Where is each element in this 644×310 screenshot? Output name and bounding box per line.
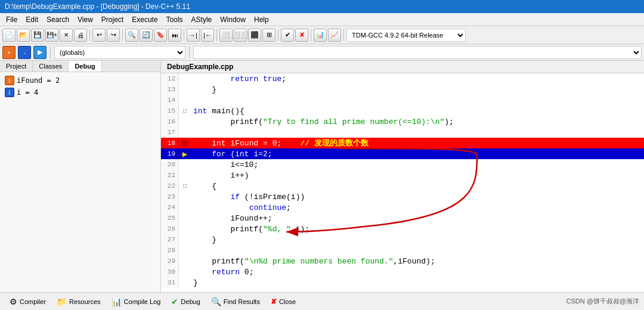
i-icon: i [5, 88, 14, 97]
status-right: CSDN @饼干叔叔@海洋 [566, 297, 639, 306]
view1-btn[interactable]: ⬜ [219, 29, 233, 42]
line-content-29: printf("\n%d prime numbers been found.",… [191, 257, 644, 266]
ifound-label: iFound = 2 [17, 76, 60, 85]
collapse-icon-15[interactable]: □ [183, 108, 187, 114]
tab-debug[interactable]: Debug [69, 61, 101, 72]
compile-log-label: Compile Log [124, 298, 161, 305]
line-num-15: 15 [161, 106, 179, 116]
compile-log-btn[interactable]: 📊 Compile Log [107, 296, 166, 308]
indent-btn[interactable]: →| [187, 29, 200, 42]
compiler-select[interactable]: TDM-GCC 4.9.2 64-bit Release [346, 29, 466, 42]
undo-button[interactable]: ↩ [92, 29, 106, 42]
save-button[interactable]: 💾 [31, 29, 44, 42]
stats2-btn[interactable]: 📈 [328, 29, 341, 42]
compiler-btn[interactable]: ⚙ Compiler [5, 296, 51, 308]
line-num-13: 13 [161, 84, 179, 95]
close-icon: ✘ [271, 297, 277, 306]
stop-btn[interactable]: ✘ [295, 29, 308, 42]
close-results-btn[interactable]: ✘ Close [266, 296, 301, 307]
code-line-22: 22 □ { [161, 181, 644, 191]
tab-classes[interactable]: Classes [33, 61, 69, 72]
line-content-22: { [191, 182, 644, 191]
line-num-28: 28 [161, 245, 179, 256]
debug-item-ifound[interactable]: i iFound = 2 [2, 75, 158, 86]
debug-add-watch[interactable]: + [2, 46, 16, 59]
code-line-23: 23 if (!isPrime(i)) [161, 191, 644, 202]
bookmark-btn[interactable]: 🔖 [154, 29, 167, 42]
replace-btn[interactable]: 🔄 [140, 29, 153, 42]
search-btn[interactable]: 🔍 [125, 29, 138, 42]
find-results-btn[interactable]: 🔍 Find Results [206, 296, 265, 308]
line-content-20: i<=10; [191, 160, 644, 169]
line-content-26: printf("%d, ",i); [191, 225, 644, 234]
menu-execute[interactable]: Execute [128, 14, 161, 25]
line-num-30: 30 [161, 266, 179, 277]
new-button[interactable]: 📄 [2, 29, 16, 42]
close-button[interactable]: ✕ [60, 29, 73, 42]
sep5 [278, 29, 278, 41]
marker-18 [179, 140, 191, 147]
line-content-25: iFound++; [191, 214, 644, 223]
menu-edit[interactable]: Edit [22, 14, 42, 25]
line-num-20: 20 [161, 159, 179, 170]
menu-file[interactable]: File [2, 14, 21, 25]
title-bar: D:\temp\DebugExample.cpp - [Debugging] -… [0, 0, 644, 13]
line-num-19: 19 [161, 148, 179, 159]
next-bookmark-btn[interactable]: ⏭ [168, 29, 181, 42]
code-line-25: 25 iFound++; [161, 213, 644, 224]
sep3 [184, 29, 184, 41]
save-all-button[interactable]: 💾+ [45, 29, 58, 42]
menu-tools[interactable]: Tools [163, 14, 187, 25]
debug-panel: i iFound = 2 i i = 4 [0, 72, 160, 292]
line-content-12: return true; [191, 75, 644, 83]
marker-15: □ [179, 108, 191, 114]
resources-icon: 📁 [57, 297, 67, 306]
globals-select[interactable]: (globals) [54, 46, 185, 59]
left-panel: Project Classes Debug i iFound = 2 i i =… [0, 61, 161, 292]
line-num-24: 24 [161, 202, 179, 213]
menu-view[interactable]: View [74, 14, 97, 25]
code-line-27: 27 } [161, 234, 644, 245]
menu-astyle[interactable]: AStyle [188, 14, 216, 25]
line-content-30: return 0; [191, 268, 644, 277]
menu-search[interactable]: Search [43, 14, 73, 25]
find-results-icon: 🔍 [211, 297, 221, 306]
code-line-28: 28 [161, 245, 644, 256]
print-button[interactable]: 🖨 [74, 29, 87, 42]
debug-btn[interactable]: ✔ Debug [166, 296, 205, 308]
line-num-29: 29 [161, 256, 179, 266]
code-line-13: 13 } [161, 84, 644, 95]
scope-select[interactable] [193, 46, 642, 59]
sep8 [50, 46, 51, 58]
debug-step[interactable]: ▶ [33, 46, 47, 59]
line-num-23: 23 [161, 191, 179, 202]
debug-remove-watch[interactable]: - [18, 46, 31, 59]
sep1 [89, 29, 90, 41]
collapse-icon-22[interactable]: □ [183, 183, 187, 190]
view2-btn[interactable]: ⬜⬜ [234, 29, 247, 42]
title-text: D:\temp\DebugExample.cpp - [Debugging] -… [5, 2, 190, 11]
view3-btn[interactable]: ⬛ [248, 29, 261, 42]
line-num-16: 16 [161, 116, 179, 127]
sep7 [343, 29, 344, 41]
menu-help[interactable]: Help [250, 14, 273, 25]
unindent-btn[interactable]: |← [201, 29, 214, 42]
stats-btn[interactable]: 📊 [314, 29, 327, 42]
code-line-18: 18 int iFound = 0; // 发现的质数个数 [161, 138, 644, 148]
resources-btn[interactable]: 📁 Resources [52, 296, 106, 308]
line-content-15: int main(){ [191, 107, 644, 116]
code-line-30: 30 return 0; [161, 266, 644, 277]
view4-btn[interactable]: ⊞ [262, 29, 275, 42]
compile-log-icon: 📊 [112, 297, 122, 306]
marker-22: □ [179, 183, 191, 190]
code-area[interactable]: 12 return true; 13 } 14 15 □ int [161, 73, 644, 292]
resources-label: Resources [69, 298, 101, 305]
open-button[interactable]: 📂 [17, 29, 30, 42]
line-content-31: } [191, 278, 644, 287]
menu-project[interactable]: Project [98, 14, 127, 25]
redo-button[interactable]: ↪ [107, 29, 120, 42]
tab-project[interactable]: Project [0, 61, 33, 72]
debug-item-i[interactable]: i i = 4 [2, 86, 158, 98]
menu-window[interactable]: Window [216, 14, 249, 25]
check-btn[interactable]: ✔ [281, 29, 294, 42]
